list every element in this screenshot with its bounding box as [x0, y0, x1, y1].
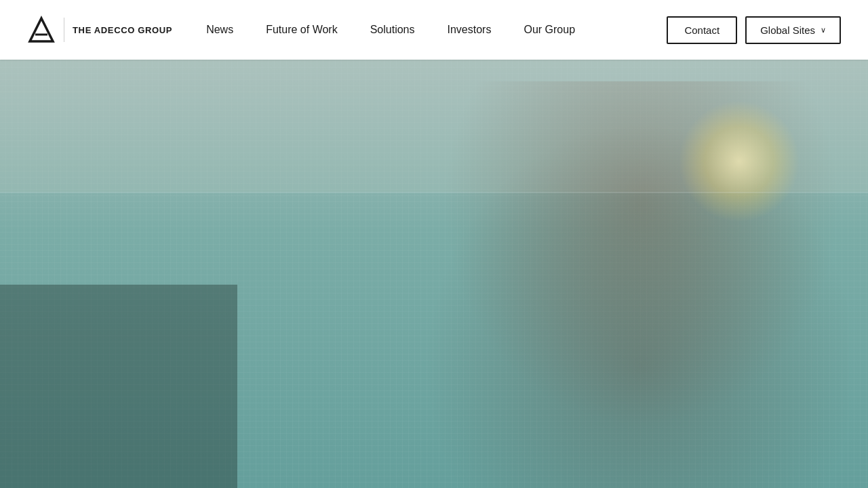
- nav-item-our-group[interactable]: Our Group: [524, 24, 575, 36]
- hero-light-source: [678, 100, 800, 222]
- contact-button[interactable]: Contact: [667, 16, 737, 44]
- navbar: THE ADECCO GROUP News Future of Work Sol…: [0, 0, 868, 60]
- global-sites-button[interactable]: Global Sites ∨: [745, 16, 841, 44]
- hero-section: [0, 60, 868, 488]
- nav-item-solutions[interactable]: Solutions: [370, 24, 415, 36]
- nav-actions: Contact Global Sites ∨: [667, 16, 841, 44]
- hero-bottom-dark: [0, 285, 237, 488]
- hero-section-divider: [0, 192, 868, 193]
- nav-item-future-of-work[interactable]: Future of Work: [266, 24, 338, 36]
- chevron-down-icon: ∨: [821, 26, 826, 35]
- nav-item-news[interactable]: News: [206, 24, 233, 36]
- nav-item-investors[interactable]: Investors: [448, 24, 492, 36]
- nav-links: News Future of Work Solutions Investors …: [206, 24, 667, 36]
- brand-name: THE ADECCO GROUP: [73, 25, 172, 35]
- svg-marker-0: [30, 18, 53, 41]
- logo-divider: [64, 18, 64, 42]
- logo-link[interactable]: THE ADECCO GROUP: [27, 16, 172, 44]
- adecco-logo-icon: [27, 16, 56, 44]
- global-sites-label: Global Sites: [760, 24, 815, 36]
